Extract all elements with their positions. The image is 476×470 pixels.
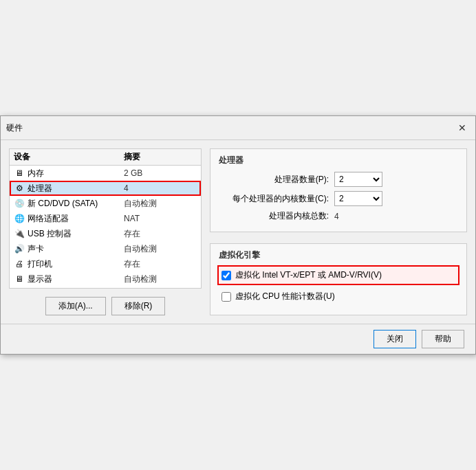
checkbox-label-vt: 虚拟化 Intel VT-x/EPT 或 AMD-V/RVI(V) (235, 269, 382, 281)
device-rows: 🖥 内存 2 GB ⚙ 处理器 4 💿 新 CD/DVD (SATA) 自动检测… (10, 166, 201, 287)
main-content: 设备 摘要 🖥 内存 2 GB ⚙ 处理器 4 💿 新 CD/DVD (SATA… (1, 140, 475, 324)
virtualization-options: 虚拟化 Intel VT-x/EPT 或 AMD-V/RVI(V) 虚拟化 CP… (219, 267, 458, 305)
left-panel: 设备 摘要 🖥 内存 2 GB ⚙ 处理器 4 💿 新 CD/DVD (SATA… (9, 148, 202, 315)
device-summary-processor: 4 (124, 183, 197, 193)
virtualization-option-vt[interactable]: 虚拟化 Intel VT-x/EPT 或 AMD-V/RVI(V) (219, 267, 458, 284)
checkbox-cpu_counter[interactable] (221, 292, 231, 302)
virtualization-section: 虚拟化引擎 虚拟化 Intel VT-x/EPT 或 AMD-V/RVI(V) … (210, 243, 467, 315)
device-icon-memory: 🖥 (14, 168, 25, 179)
cores-per-processor-row: 每个处理器的内核数量(C): 2 1 4 (219, 191, 458, 206)
device-summary-memory: 2 GB (124, 168, 197, 178)
device-icon-printer: 🖨 (14, 258, 25, 269)
device-name-usb: USB 控制器 (28, 228, 72, 240)
device-summary-network: NAT (124, 214, 197, 223)
device-icon-display: 🖥 (14, 273, 25, 284)
device-name-sound: 声卡 (28, 243, 44, 255)
device-name-processor: 处理器 (28, 183, 52, 194)
device-icon-network: 🌐 (14, 213, 25, 224)
device-icon-processor: ⚙ (14, 183, 25, 194)
processor-count-label: 处理器数量(P): (219, 174, 329, 186)
checkbox-label-cpu_counter: 虚拟化 CPU 性能计数器(U) (235, 291, 335, 302)
header-summary: 摘要 (124, 151, 197, 163)
table-header: 设备 摘要 (10, 149, 201, 166)
table-row[interactable]: 💿 新 CD/DVD (SATA) 自动检测 (10, 196, 201, 211)
table-row[interactable]: 🖥 内存 2 GB (10, 166, 201, 181)
bottom-bar: 关闭 帮助 (1, 324, 475, 354)
virtualization-option-cpu_counter[interactable]: 虚拟化 CPU 性能计数器(U) (219, 288, 458, 305)
device-summary-sound: 自动检测 (124, 243, 197, 255)
processor-section: 处理器 处理器数量(P): 2 1 4 8 每个处理器的内核数量(C): 2 1 (210, 148, 467, 232)
device-icon-usb: 🔌 (14, 228, 25, 239)
table-row[interactable]: ⚙ 处理器 4 (10, 181, 201, 196)
hardware-dialog: 硬件 ✕ 设备 摘要 🖥 内存 2 GB ⚙ 处理器 4 💿 (0, 115, 476, 355)
header-device: 设备 (14, 151, 124, 163)
cores-per-processor-select[interactable]: 2 1 4 (334, 191, 382, 206)
device-table: 设备 摘要 🖥 内存 2 GB ⚙ 处理器 4 💿 新 CD/DVD (SATA… (9, 148, 202, 289)
total-cores-label: 处理器内核总数: (219, 210, 329, 222)
processor-count-select[interactable]: 2 1 4 8 (334, 172, 382, 187)
table-row[interactable]: 🔊 声卡 自动检测 (10, 241, 201, 256)
close-button[interactable]: ✕ (455, 120, 470, 135)
device-name-network: 网络适配器 (28, 213, 69, 225)
close-dialog-button[interactable]: 关闭 (374, 330, 416, 348)
processor-count-row: 处理器数量(P): 2 1 4 8 (219, 172, 458, 187)
add-button[interactable]: 添加(A)... (45, 297, 106, 315)
table-row[interactable]: 🌐 网络适配器 NAT (10, 211, 201, 226)
device-summary-cdrom: 自动检测 (124, 198, 197, 210)
virtualization-section-title: 虚拟化引擎 (219, 249, 458, 261)
checkbox-vt[interactable] (221, 271, 231, 280)
device-name-printer: 打印机 (28, 258, 52, 270)
left-button-bar: 添加(A)... 移除(R) (9, 297, 202, 315)
device-name-cdrom: 新 CD/DVD (SATA) (28, 198, 98, 210)
title-bar: 硬件 ✕ (1, 116, 475, 140)
total-cores-value: 4 (334, 212, 339, 221)
device-summary-printer: 存在 (124, 258, 197, 270)
processor-section-title: 处理器 (219, 155, 458, 166)
device-summary-usb: 存在 (124, 228, 197, 240)
remove-button[interactable]: 移除(R) (111, 297, 166, 315)
right-panel: 处理器 处理器数量(P): 2 1 4 8 每个处理器的内核数量(C): 2 1 (210, 148, 467, 315)
table-row[interactable]: 🔌 USB 控制器 存在 (10, 226, 201, 241)
table-row[interactable]: 🖨 打印机 存在 (10, 256, 201, 271)
device-icon-sound: 🔊 (14, 243, 25, 254)
device-summary-display: 自动检测 (124, 273, 197, 285)
cores-per-processor-label: 每个处理器的内核数量(C): (219, 193, 329, 205)
total-cores-row: 处理器内核总数: 4 (219, 210, 458, 222)
device-name-memory: 内存 (28, 168, 44, 179)
table-row[interactable]: 🖥 显示器 自动检测 (10, 271, 201, 287)
help-button[interactable]: 帮助 (422, 330, 464, 348)
device-icon-cdrom: 💿 (14, 198, 25, 209)
device-name-display: 显示器 (28, 273, 52, 285)
window-title: 硬件 (6, 122, 23, 134)
